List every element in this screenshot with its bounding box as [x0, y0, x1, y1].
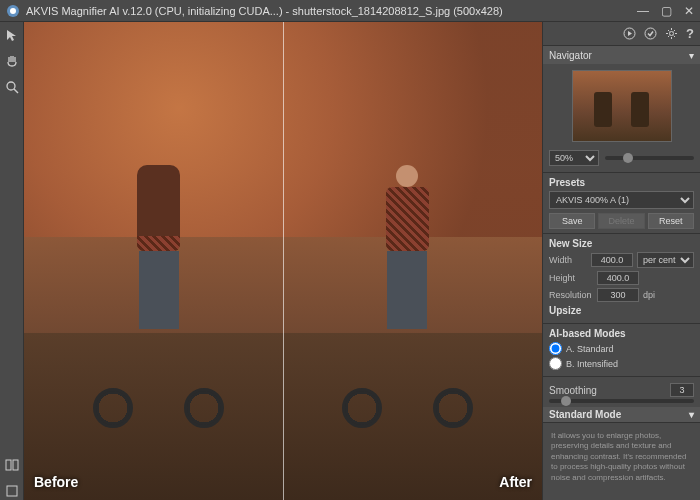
right-panel: ? Navigator ▾ 50% Presets AKVIS 400% A (… [542, 22, 700, 500]
upsize-label: Upsize [549, 305, 694, 316]
svg-rect-5 [13, 460, 18, 470]
smoothing-value: 3 [670, 383, 694, 397]
mode-intensified-label: B. Intensified [566, 359, 618, 369]
svg-point-2 [7, 82, 15, 90]
preset-select[interactable]: AKVIS 400% A (1) [549, 191, 694, 209]
hand-tool[interactable] [3, 52, 21, 70]
app-icon [6, 4, 20, 18]
panel-menu-icon[interactable]: ▾ [689, 50, 694, 61]
compare-view-icon[interactable] [3, 456, 21, 474]
reset-preset-button[interactable]: Reset [648, 213, 694, 229]
mode-intensified-radio[interactable] [549, 357, 562, 370]
svg-point-8 [645, 28, 656, 39]
zoom-select[interactable]: 50% [549, 150, 599, 166]
close-button[interactable]: ✕ [684, 4, 694, 18]
standard-mode-title: Standard Mode [549, 409, 621, 420]
minimize-button[interactable]: — [637, 4, 649, 18]
standard-mode-desc: It allows you to enlarge photos, preserv… [549, 427, 694, 487]
run-button[interactable] [623, 27, 636, 40]
help-icon[interactable]: ? [686, 26, 694, 41]
zoom-tool[interactable] [3, 78, 21, 96]
navigator-header: Navigator ▾ [543, 46, 700, 64]
after-label: After [499, 474, 532, 490]
svg-point-1 [10, 8, 16, 14]
apply-button[interactable] [644, 27, 657, 40]
left-toolbar [0, 22, 24, 500]
titlebar: AKVIS Magnifier AI v.12.0 (CPU, initiali… [0, 0, 700, 22]
mode-standard-label: A. Standard [566, 344, 614, 354]
standard-mode-header[interactable]: Standard Mode ▾ [543, 407, 700, 422]
before-label: Before [34, 474, 78, 490]
top-toolbar: ? [543, 22, 700, 46]
smoothing-label: Smoothing [549, 385, 597, 396]
width-label: Width [549, 255, 587, 265]
newsize-title: New Size [549, 238, 694, 249]
zoom-slider[interactable] [605, 156, 694, 160]
window-title: AKVIS Magnifier AI v.12.0 (CPU, initiali… [26, 5, 637, 17]
svg-rect-6 [7, 486, 17, 496]
save-preset-button[interactable]: Save [549, 213, 595, 229]
mode-standard-radio[interactable] [549, 342, 562, 355]
canvas-area[interactable]: Before After [24, 22, 542, 500]
smoothing-slider[interactable] [549, 399, 694, 403]
svg-line-3 [14, 89, 18, 93]
window-controls: — ▢ ✕ [637, 4, 694, 18]
resolution-input[interactable] [597, 288, 639, 302]
width-input[interactable] [591, 253, 633, 267]
presets-title: Presets [549, 177, 694, 188]
height-input[interactable] [597, 271, 639, 285]
svg-point-9 [670, 32, 674, 36]
preview-image: Before After [24, 22, 542, 500]
resolution-label: Resolution [549, 290, 593, 300]
navigator-thumbnail[interactable] [572, 70, 672, 142]
delete-preset-button: Delete [598, 213, 644, 229]
ai-modes-title: AI-based Modes [549, 328, 694, 339]
svg-rect-4 [6, 460, 11, 470]
size-unit-select[interactable]: per cent [637, 252, 694, 268]
single-view-icon[interactable] [3, 482, 21, 500]
maximize-button[interactable]: ▢ [661, 4, 672, 18]
height-label: Height [549, 273, 593, 283]
before-after-divider[interactable] [283, 22, 284, 500]
settings-icon[interactable] [665, 27, 678, 40]
pointer-tool[interactable] [3, 26, 21, 44]
resolution-unit: dpi [643, 290, 655, 300]
collapse-icon: ▾ [689, 409, 694, 420]
navigator-title: Navigator [549, 50, 592, 61]
